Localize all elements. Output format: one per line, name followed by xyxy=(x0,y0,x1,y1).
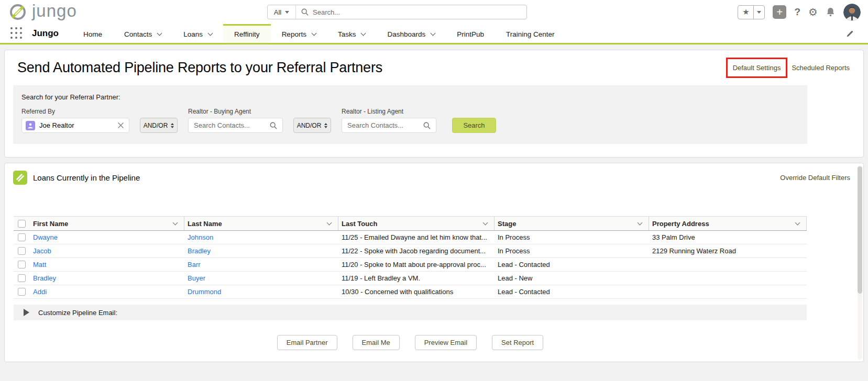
star-icon: ★ xyxy=(742,7,749,17)
tab-dashboards[interactable]: Dashboards xyxy=(376,24,446,43)
question-icon: ? xyxy=(794,6,800,17)
stage-cell: In Process xyxy=(495,247,649,255)
chevron-down-icon xyxy=(638,220,643,226)
tab-printpub[interactable]: PrintPub xyxy=(446,24,495,43)
chevron-down-icon xyxy=(208,31,213,36)
property-address-cell: 2129 Running Waterz Road xyxy=(649,247,807,255)
first-name-link[interactable]: Matt xyxy=(33,261,46,268)
email-partner-button[interactable]: Email Partner xyxy=(277,335,337,350)
row-checkbox[interactable] xyxy=(18,288,26,296)
column-header-last-name[interactable]: Last Name xyxy=(184,217,338,230)
stage-cell: Lead - New xyxy=(495,274,649,282)
referred-by-field: Referred By Joe Realtor xyxy=(21,108,129,133)
last-name-link[interactable]: Buyer xyxy=(188,274,205,282)
stage-cell: In Process xyxy=(495,233,649,241)
first-name-link[interactable]: Jacob xyxy=(33,247,51,255)
favorites-dropdown-button[interactable] xyxy=(753,6,764,19)
search-button[interactable]: Search xyxy=(452,118,496,133)
buying-agent-input[interactable] xyxy=(194,121,270,129)
search-scope-dropdown[interactable]: All xyxy=(268,5,296,19)
loans-icon xyxy=(13,171,27,185)
table-row: Matt Barr 11/20 - Spoke to Matt about pr… xyxy=(14,258,807,272)
chevron-down-icon xyxy=(285,11,289,14)
row-checkbox[interactable] xyxy=(18,261,26,268)
tab-contacts[interactable]: Contacts xyxy=(113,24,172,43)
scrollbar-thumb[interactable] xyxy=(858,166,862,294)
chevron-down-icon xyxy=(361,31,366,36)
last-name-link[interactable]: Drummond xyxy=(188,288,221,296)
row-checkbox[interactable] xyxy=(18,233,26,241)
chevron-down-icon xyxy=(431,31,436,36)
help-button[interactable]: ? xyxy=(794,6,800,18)
last-name-link[interactable]: Barr xyxy=(188,261,201,268)
tab-tasks[interactable]: Tasks xyxy=(327,24,377,43)
column-header-last-touch[interactable]: Last Touch xyxy=(338,217,495,230)
tab-reffinity[interactable]: Reffinity xyxy=(223,24,271,43)
notifications-button[interactable] xyxy=(826,7,836,17)
favorite-star-button[interactable]: ★ xyxy=(738,6,753,19)
scheduled-reports-link[interactable]: Scheduled Reports xyxy=(787,64,850,72)
override-default-filters-link[interactable]: Override Default Filters xyxy=(780,174,850,182)
listing-agent-field: Realtor - Listing Agent xyxy=(342,108,436,133)
table-row: Dwayne Johnson 11/25 - Emailed Dwayne an… xyxy=(14,231,807,244)
tab-reports[interactable]: Reports xyxy=(271,24,327,43)
first-name-link[interactable]: Dwayne xyxy=(33,233,58,241)
chevron-down-icon xyxy=(795,220,800,226)
buying-agent-label: Realtor - Buying Agent xyxy=(188,108,283,115)
select-all-checkbox[interactable] xyxy=(18,220,26,228)
column-header-first-name[interactable]: First Name xyxy=(30,217,184,230)
favorites-control: ★ xyxy=(738,5,765,19)
section-title: Loans Currently in the Pipeline xyxy=(33,173,140,182)
tab-label: Training Center xyxy=(506,30,555,38)
app-launcher-icon[interactable] xyxy=(10,27,23,40)
email-me-button[interactable]: Email Me xyxy=(353,335,400,350)
column-header-stage[interactable]: Stage xyxy=(495,217,649,230)
clear-icon[interactable] xyxy=(118,122,124,128)
tab-training-center[interactable]: Training Center xyxy=(495,24,566,43)
search-icon xyxy=(301,8,309,16)
last-touch-cell: 10/30 - Concerned with qualifications xyxy=(338,288,495,296)
table-row: Bradley Buyer 11/19 - Left Bradley a VM.… xyxy=(14,272,807,285)
quick-create-button[interactable]: + xyxy=(773,5,786,19)
stage-cell: Lead - Contacted xyxy=(495,288,649,296)
scrollbar-track xyxy=(858,165,862,360)
stage-cell: Lead - Contacted xyxy=(495,261,649,268)
setup-button[interactable]: ⚙ xyxy=(808,7,818,17)
search-icon xyxy=(423,122,431,129)
annotation-highlight-box: Default Settings xyxy=(726,58,788,78)
column-label: Property Address xyxy=(652,220,709,228)
page-body: Send Automated Pipeline Reports to your … xyxy=(0,46,868,381)
referral-search-panel: Search for your Referral Partner: Referr… xyxy=(13,85,807,144)
jungo-logo: jungo xyxy=(8,3,267,21)
tab-home[interactable]: Home xyxy=(72,24,113,43)
buying-agent-field: Realtor - Buying Agent xyxy=(188,108,283,133)
last-touch-cell: 11/20 - Spoke to Matt about pre-approval… xyxy=(338,261,495,268)
user-avatar[interactable] xyxy=(843,4,861,21)
customize-pipeline-email-toggle[interactable]: Customize Pipeline Email: xyxy=(14,305,807,320)
set-report-button[interactable]: Set Report xyxy=(492,335,543,350)
and-or-select-2[interactable]: AND/OR xyxy=(293,118,331,133)
edit-nav-button[interactable] xyxy=(845,29,854,38)
global-search: All xyxy=(267,5,527,19)
first-name-link[interactable]: Bradley xyxy=(33,274,56,282)
last-name-link[interactable]: Johnson xyxy=(188,233,213,241)
last-name-link[interactable]: Bradley xyxy=(188,247,211,255)
and-or-select-1[interactable]: AND/OR xyxy=(140,118,178,133)
listing-agent-label: Realtor - Listing Agent xyxy=(342,108,436,115)
row-checkbox[interactable] xyxy=(18,274,26,282)
tab-label: Home xyxy=(83,30,102,38)
row-checkbox[interactable] xyxy=(18,247,26,255)
tab-loans[interactable]: Loans xyxy=(172,24,223,43)
column-label: Last Name xyxy=(188,220,222,228)
pipeline-card: Loans Currently in the Pipeline Override… xyxy=(4,163,864,362)
last-touch-cell: 11/25 - Emailed Dwayne and let him know … xyxy=(338,233,495,241)
default-settings-link[interactable]: Default Settings xyxy=(733,64,781,72)
column-header-property-address[interactable]: Property Address xyxy=(649,217,807,230)
referred-by-pill[interactable]: Joe Realtor xyxy=(21,118,129,133)
preview-email-button[interactable]: Preview Email xyxy=(415,335,477,350)
updown-arrows-icon xyxy=(171,123,174,128)
first-name-link[interactable]: Addi xyxy=(33,288,47,296)
global-search-input[interactable] xyxy=(313,8,526,16)
listing-agent-input[interactable] xyxy=(347,121,423,129)
chevron-down-icon xyxy=(757,11,761,14)
